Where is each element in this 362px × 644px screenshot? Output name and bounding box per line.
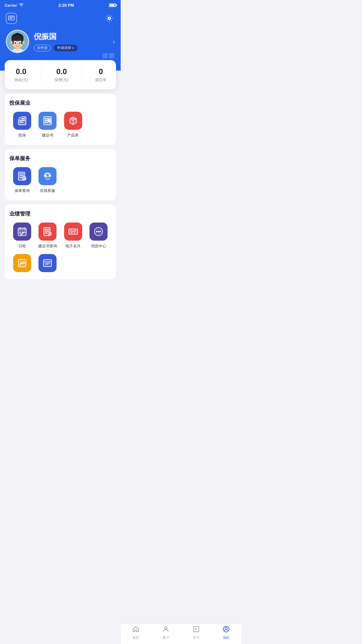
profile-badges: 未申请 申请讲师 > xyxy=(34,45,108,51)
svg-rect-55 xyxy=(73,232,76,232)
message-center-label: 消息中心 xyxy=(91,244,106,249)
svg-rect-56 xyxy=(73,233,75,233)
profile-row: 倪振国 未申请 申请讲师 > › xyxy=(6,30,115,53)
product-label: 产品库 xyxy=(67,133,79,138)
svg-rect-64 xyxy=(45,263,50,263)
svg-rect-54 xyxy=(73,230,76,231)
status-right xyxy=(109,4,116,7)
insurance-icon xyxy=(13,112,31,130)
status-badge: 未申请 xyxy=(34,45,51,51)
svg-point-37 xyxy=(46,173,49,177)
apply-lecturer-button[interactable]: 申请讲师 > xyxy=(54,45,78,51)
svg-rect-50 xyxy=(45,232,48,233)
svg-rect-28 xyxy=(45,120,50,121)
proposal-item[interactable]: 建议书 xyxy=(35,112,61,138)
svg-rect-46 xyxy=(24,232,26,233)
policy-section: 保单服务 保单查询 xyxy=(5,149,116,200)
message-center-item[interactable]: 消息中心 xyxy=(86,223,112,249)
business-card-icon xyxy=(64,223,82,241)
customer-service-label: 在线客服 xyxy=(40,188,55,193)
insurance-section-title: 投保展业 xyxy=(9,99,111,106)
proposal-query-label: 建议书查询 xyxy=(38,244,57,249)
premium-value: 0.0 xyxy=(55,67,68,76)
svg-point-39 xyxy=(49,175,51,176)
status-bar: Carrier 2:20 PM xyxy=(0,0,121,10)
deals-value: 0 xyxy=(95,67,106,76)
performance-section: 业绩管理 日程 xyxy=(5,204,116,279)
stat-commission[interactable]: 0.0 佣金(元) xyxy=(14,67,28,83)
header-top xyxy=(6,13,115,24)
profile-chevron[interactable]: › xyxy=(113,38,115,45)
more-item-2[interactable] xyxy=(35,254,61,272)
svg-point-38 xyxy=(44,175,46,176)
svg-point-3 xyxy=(108,18,110,20)
svg-rect-24 xyxy=(19,122,23,123)
svg-rect-48 xyxy=(45,229,49,230)
schedule-icon xyxy=(13,223,31,241)
svg-point-12 xyxy=(10,41,13,44)
policy-icon-grid: 保单查询 在线客服 xyxy=(9,167,111,193)
product-icon xyxy=(64,112,82,130)
svg-point-59 xyxy=(98,231,99,232)
product-item[interactable]: 产品库 xyxy=(60,112,86,138)
stat-divider-1 xyxy=(41,68,41,81)
svg-point-53 xyxy=(70,230,73,233)
svg-point-19 xyxy=(20,42,20,43)
policy-search-item[interactable]: 保单查询 xyxy=(9,167,35,193)
svg-point-60 xyxy=(100,231,101,232)
wifi-icon xyxy=(19,3,24,8)
proposal-query-item[interactable]: 建议书查询 xyxy=(35,223,61,249)
svg-rect-29 xyxy=(45,122,48,123)
more-icon-2 xyxy=(38,254,57,272)
performance-icon-grid: 日程 建议书查询 xyxy=(9,223,111,249)
insurance-section: 投保展业 投保 xyxy=(5,94,116,145)
schedule-item[interactable]: 日程 xyxy=(9,223,35,249)
policy-search-icon xyxy=(13,167,31,185)
stat-premium[interactable]: 0.0 保费(元) xyxy=(55,67,68,83)
stat-divider-2 xyxy=(82,68,82,81)
customer-service-icon xyxy=(38,167,57,185)
svg-point-13 xyxy=(22,41,24,44)
status-time: 2:20 PM xyxy=(59,3,74,8)
svg-rect-33 xyxy=(19,175,24,176)
proposal-label: 建议书 xyxy=(42,133,53,138)
deals-label: 成交单 xyxy=(95,77,106,83)
insurance-label: 投保 xyxy=(18,133,26,138)
commission-value: 0.0 xyxy=(14,67,28,76)
more-item-1[interactable] xyxy=(9,254,35,272)
schedule-label: 日程 xyxy=(18,244,26,249)
svg-point-58 xyxy=(96,231,98,232)
svg-point-20 xyxy=(17,44,18,45)
svg-point-18 xyxy=(15,42,16,43)
status-left: Carrier xyxy=(5,3,24,8)
carrier-label: Carrier xyxy=(5,3,17,8)
insurance-icon-grid: 投保 建议书 xyxy=(9,112,111,138)
premium-label: 保费(元) xyxy=(55,77,68,83)
avatar[interactable] xyxy=(6,30,29,53)
business-card-label: 电子名片 xyxy=(66,244,81,249)
svg-rect-49 xyxy=(45,231,49,232)
customer-service-item[interactable]: 在线客服 xyxy=(35,167,61,193)
battery-icon xyxy=(109,4,116,7)
proposal-query-icon xyxy=(38,223,57,241)
svg-rect-0 xyxy=(8,16,14,20)
insurance-item[interactable]: 投保 xyxy=(9,112,35,138)
stat-deals[interactable]: 0 成交单 xyxy=(95,67,106,83)
stats-card: 0.0 佣金(元) 0.0 保费(元) 0 成交单 xyxy=(5,60,116,90)
svg-rect-23 xyxy=(19,120,25,121)
performance-icon-grid-2 xyxy=(9,254,111,272)
message-center-icon xyxy=(89,223,108,241)
proposal-icon xyxy=(38,112,57,130)
performance-section-title: 业绩管理 xyxy=(9,210,111,217)
message-button[interactable] xyxy=(6,13,17,24)
profile-info: 倪振国 未申请 申请讲师 > xyxy=(34,32,108,51)
more-icon-1 xyxy=(13,254,31,272)
settings-button[interactable] xyxy=(104,13,115,24)
commission-label: 佣金(元) xyxy=(14,77,28,83)
profile-name: 倪振国 xyxy=(34,32,108,42)
business-card-item[interactable]: 电子名片 xyxy=(60,223,86,249)
policy-section-title: 保单服务 xyxy=(9,155,111,162)
svg-rect-65 xyxy=(45,264,48,265)
svg-rect-32 xyxy=(19,174,24,174)
svg-rect-34 xyxy=(19,177,22,178)
